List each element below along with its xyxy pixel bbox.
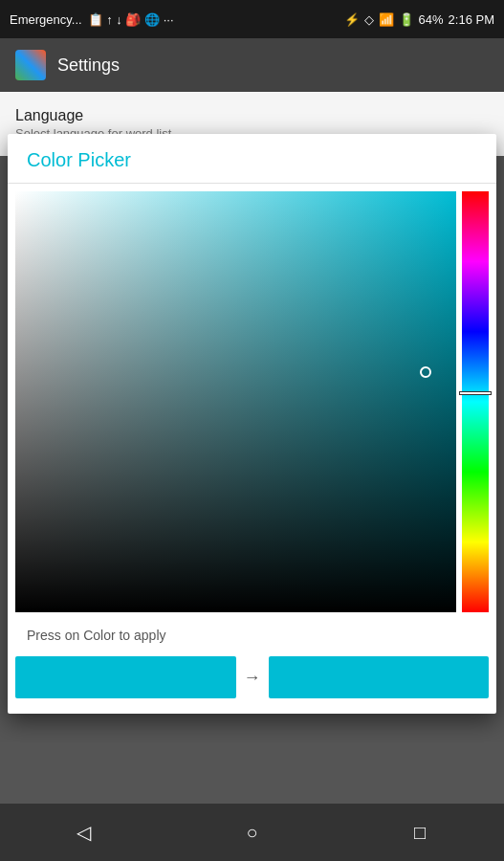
- back-icon: ◁: [77, 821, 91, 844]
- status-right: ⚡ ◇ 📶 🔋 64% 2:16 PM: [344, 12, 494, 27]
- apply-instructions: Press on Color to apply: [8, 620, 496, 649]
- navigation-bar: ◁ ○ □: [0, 804, 504, 861]
- battery-text: 64%: [419, 12, 444, 27]
- status-left: Emergency... 📋 ↑ ↓ 🎒 🌐 ···: [10, 12, 174, 27]
- time-display: 2:16 PM: [449, 12, 494, 27]
- status-bar: Emergency... 📋 ↑ ↓ 🎒 🌐 ··· ⚡ ◇ 📶 🔋 64% 2…: [0, 0, 504, 38]
- gradient-main: [15, 191, 456, 612]
- arrow-icon: →: [244, 668, 261, 688]
- language-title: Language: [15, 107, 489, 124]
- recents-button[interactable]: □: [396, 813, 444, 851]
- color-preview-row: →: [8, 649, 496, 714]
- app-name: Emergency...: [10, 12, 82, 27]
- color-picker-dialog: Color Picker Press on Color to apply →: [8, 134, 496, 714]
- bluetooth-icon: ⚡: [344, 12, 360, 27]
- app-bar: Settings: [0, 38, 504, 92]
- color-picker-area[interactable]: [8, 184, 496, 620]
- home-button[interactable]: ○: [228, 813, 275, 851]
- dialog-title: Color Picker: [8, 134, 496, 184]
- previous-color-preview[interactable]: [15, 656, 236, 698]
- background-area: [0, 742, 504, 804]
- color-gradient-canvas[interactable]: [15, 191, 456, 612]
- battery-icon: 🔋: [399, 12, 414, 27]
- recents-icon: □: [414, 822, 426, 844]
- wifi-icon: 📶: [379, 12, 394, 27]
- new-color-preview[interactable]: [269, 656, 490, 698]
- hue-slider[interactable]: [462, 191, 489, 612]
- app-bar-title: Settings: [57, 55, 120, 76]
- status-icons: 📋 ↑ ↓ 🎒 🌐 ···: [88, 12, 174, 27]
- app-icon: [15, 50, 46, 80]
- back-button[interactable]: ◁: [60, 813, 108, 851]
- hue-handle: [459, 391, 492, 395]
- gradient-dark-overlay: [15, 191, 456, 612]
- nfc-icon: ◇: [364, 12, 374, 27]
- home-icon: ○: [246, 822, 257, 844]
